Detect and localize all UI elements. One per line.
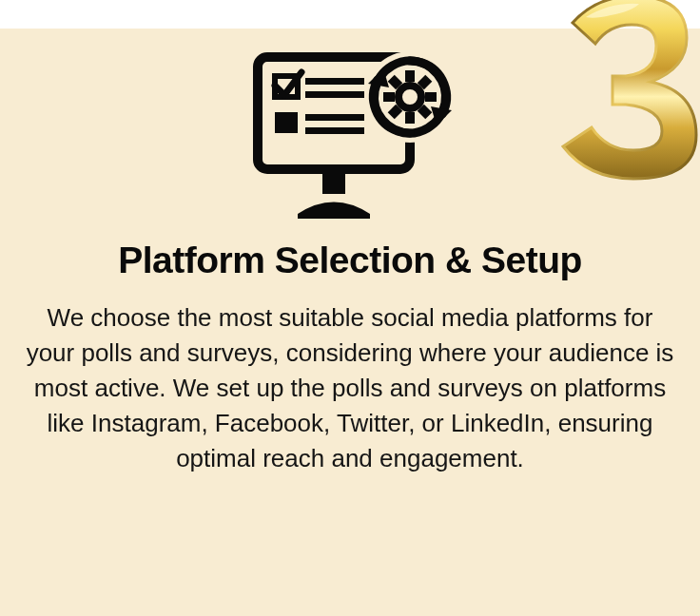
- svg-rect-15: [425, 92, 437, 102]
- svg-rect-6: [305, 114, 364, 121]
- svg-rect-7: [305, 127, 364, 134]
- feature-title: Platform Selection & Setup: [19, 240, 681, 281]
- svg-rect-1: [322, 169, 345, 194]
- step-number-badge: 3: [544, 0, 700, 183]
- svg-rect-13: [405, 112, 415, 124]
- svg-rect-4: [305, 91, 364, 98]
- svg-rect-3: [305, 78, 364, 85]
- svg-rect-12: [405, 70, 415, 82]
- svg-rect-5: [275, 112, 298, 133]
- monitor-checklist-gear-icon: [241, 48, 459, 228]
- svg-rect-14: [383, 92, 395, 102]
- feature-description: We choose the most suitable social media…: [19, 300, 681, 476]
